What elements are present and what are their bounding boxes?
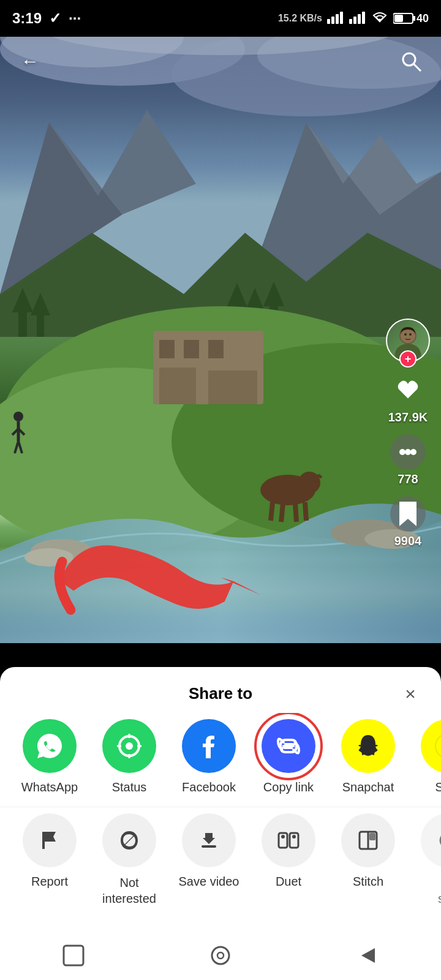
copylink-icon-circle xyxy=(262,719,315,773)
facebook-label: Facebook xyxy=(182,780,236,794)
likes-count: 137.9K xyxy=(388,410,428,424)
svg-rect-3 xyxy=(340,12,343,24)
nav-bar xyxy=(0,931,441,980)
status-left: 3:19 ✓ ··· xyxy=(12,10,81,27)
action-stitch[interactable]: Stitch xyxy=(328,813,408,907)
svg-point-90 xyxy=(212,947,229,964)
svg-rect-4 xyxy=(349,19,352,24)
share-status[interactable]: Status xyxy=(89,719,169,794)
video-area xyxy=(0,0,441,643)
status-right: 15.2 KB/s xyxy=(278,10,429,27)
share-sn2[interactable]: Sn... xyxy=(408,719,441,794)
follow-button[interactable]: + xyxy=(399,350,417,368)
status-label: Status xyxy=(112,780,147,794)
status-icon xyxy=(102,719,156,773)
nav-square-button[interactable] xyxy=(55,937,92,974)
duet-label: Duet xyxy=(276,875,301,889)
svg-line-63 xyxy=(414,64,421,71)
snapchat-icon xyxy=(341,719,395,773)
action-cst[interactable]: Cst... xyxy=(408,813,441,907)
nav-home-button[interactable] xyxy=(202,937,239,974)
share-facebook[interactable]: Facebook xyxy=(169,719,249,794)
signal-icon-2 xyxy=(349,10,366,27)
copylink-label: Copy link xyxy=(263,780,314,794)
svg-point-70 xyxy=(399,449,405,455)
svg-marker-92 xyxy=(361,948,375,963)
close-button[interactable]: × xyxy=(397,680,424,707)
heart-icon xyxy=(390,372,426,408)
back-button[interactable]: ← xyxy=(15,46,45,77)
speed-label: 15.2 KB/s xyxy=(278,13,322,24)
svg-rect-39 xyxy=(159,340,175,358)
facebook-icon xyxy=(182,719,236,773)
right-controls: + 137.9K 778 9904 xyxy=(386,318,430,548)
action-duet[interactable]: Duet xyxy=(249,813,328,907)
svg-rect-41 xyxy=(208,340,224,358)
action-report[interactable]: Report xyxy=(10,813,89,907)
svg-point-67 xyxy=(404,333,407,336)
svg-rect-9 xyxy=(413,16,415,21)
comment-button[interactable]: 778 xyxy=(390,434,426,486)
not-interested-label: Notinterested xyxy=(102,875,156,907)
cst-icon xyxy=(421,813,441,867)
battery-icon: 40 xyxy=(393,12,429,25)
stitch-icon xyxy=(341,813,395,867)
whatsapp-icon xyxy=(23,719,77,773)
svg-rect-1 xyxy=(331,17,334,24)
bookmark-button[interactable]: 9904 xyxy=(390,496,426,548)
status-bar: 3:19 ✓ ··· 15.2 KB/s xyxy=(0,0,441,37)
svg-rect-6 xyxy=(358,14,361,24)
action-not-interested[interactable]: Notinterested xyxy=(89,813,169,907)
svg-line-53 xyxy=(305,502,306,521)
share-sheet: Share to × WhatsApp xyxy=(0,667,441,931)
search-button[interactable] xyxy=(396,46,426,77)
stitch-label: Stitch xyxy=(353,875,383,889)
svg-rect-42 xyxy=(159,368,196,404)
svg-point-91 xyxy=(217,952,224,959)
svg-line-52 xyxy=(295,503,296,522)
report-label: Report xyxy=(31,875,68,889)
share-whatsapp[interactable]: WhatsApp xyxy=(10,719,89,794)
svg-point-72 xyxy=(410,449,417,455)
action-row: Report Notinterested Save video xyxy=(0,807,441,913)
svg-rect-80 xyxy=(202,845,216,848)
creator-avatar[interactable]: + xyxy=(386,318,430,363)
sn2-icon xyxy=(421,719,441,773)
svg-rect-43 xyxy=(208,371,257,404)
svg-rect-2 xyxy=(336,14,339,24)
svg-rect-5 xyxy=(353,17,356,24)
svg-point-82 xyxy=(281,835,285,839)
cst-label: Cst... xyxy=(438,875,441,907)
landscape-overlay xyxy=(0,0,441,643)
svg-point-79 xyxy=(435,734,441,758)
comment-icon xyxy=(390,434,426,470)
share-snapchat[interactable]: Snapchat xyxy=(328,719,408,794)
check-icon: ✓ xyxy=(49,10,61,27)
share-copylink[interactable]: Copy link xyxy=(249,719,328,794)
svg-rect-7 xyxy=(362,12,365,24)
duet-icon xyxy=(262,813,315,867)
bookmark-icon xyxy=(390,496,426,532)
share-apps-row: WhatsApp Status xyxy=(0,713,441,807)
svg-point-45 xyxy=(24,548,74,567)
sn2-label: Sn... xyxy=(435,780,441,794)
svg-point-56 xyxy=(13,412,23,421)
svg-point-68 xyxy=(409,333,412,336)
svg-rect-0 xyxy=(327,19,330,24)
svg-rect-89 xyxy=(64,946,83,965)
like-button[interactable]: 137.9K xyxy=(388,372,428,424)
nav-back-button[interactable] xyxy=(349,937,386,974)
snapchat-label: Snapchat xyxy=(342,780,394,794)
svg-rect-10 xyxy=(394,15,403,22)
dots-icon: ··· xyxy=(69,10,81,27)
signal-icon-1 xyxy=(327,10,344,27)
action-save-video[interactable]: Save video xyxy=(169,813,249,907)
svg-rect-87 xyxy=(369,833,375,840)
whatsapp-label: WhatsApp xyxy=(21,780,78,794)
share-title: Share to xyxy=(189,684,252,703)
save-video-label: Save video xyxy=(179,875,239,889)
svg-rect-40 xyxy=(184,340,199,358)
svg-point-71 xyxy=(405,449,411,455)
svg-point-62 xyxy=(403,53,415,66)
top-controls: ← xyxy=(0,40,441,83)
